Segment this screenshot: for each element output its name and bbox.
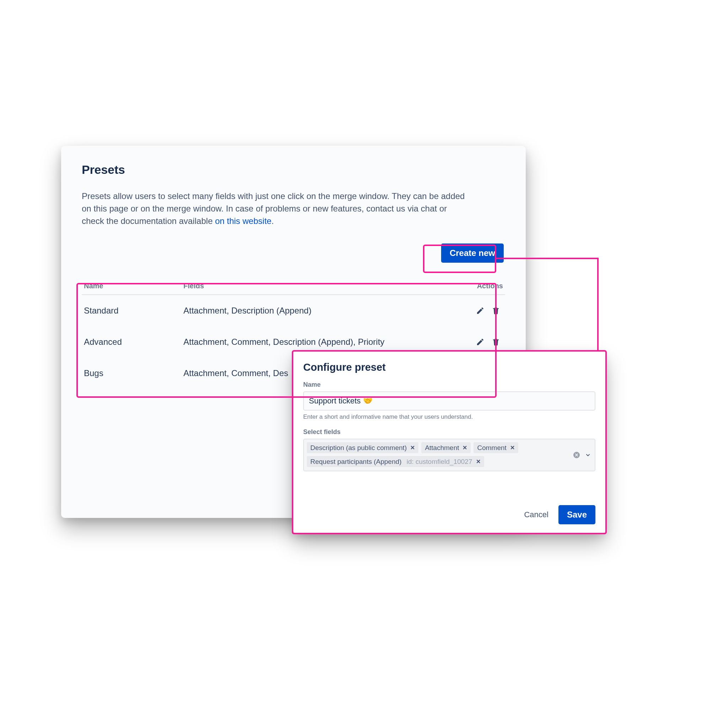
row-name: Standard (84, 306, 184, 316)
configure-preset-dialog: Configure preset Name Enter a short and … (293, 352, 606, 533)
desc-text-post: . (272, 216, 274, 226)
name-helper: Enter a short and informative name that … (303, 413, 595, 421)
chip-remove-icon[interactable]: ✕ (410, 445, 415, 451)
trash-icon[interactable] (491, 337, 501, 347)
table-row: Standard Attachment, Description (Append… (82, 295, 505, 326)
edit-icon[interactable] (475, 306, 485, 316)
trash-icon[interactable] (491, 306, 501, 316)
col-fields: Fields (184, 282, 450, 290)
col-name: Name (84, 282, 184, 290)
chip-label: Request participants (Append) (310, 458, 402, 465)
connector-line (597, 258, 599, 350)
field-chip: Description (as public comment) ✕ (307, 442, 418, 453)
row-fields: Attachment, Description (Append) (184, 306, 450, 316)
row-actions (450, 306, 503, 316)
field-chip: Attachment ✕ (421, 442, 471, 453)
presets-description: Presets allow users to select many field… (82, 190, 469, 227)
doc-link[interactable]: on this website (215, 216, 272, 226)
table-header: Name Fields Actions (82, 282, 505, 295)
row-name: Bugs (84, 368, 184, 378)
chevron-down-icon[interactable] (585, 452, 591, 458)
page-title: Presets (82, 163, 505, 177)
chip-hint: id: customfield_10027 (407, 458, 473, 465)
cancel-button[interactable]: Cancel (522, 506, 550, 523)
select-fields-input[interactable]: Description (as public comment) ✕ Attach… (303, 439, 595, 471)
dialog-footer: Cancel Save (303, 498, 595, 524)
create-new-button[interactable]: Create new (441, 243, 504, 263)
row-name: Advanced (84, 337, 184, 347)
edit-icon[interactable] (475, 337, 485, 347)
row-actions (450, 337, 503, 347)
select-fields-label: Select fields (303, 428, 595, 436)
chip-remove-icon[interactable]: ✕ (510, 445, 515, 451)
chip-label: Attachment (425, 444, 459, 451)
field-chip: Request participants (Append) id: custom… (307, 456, 484, 467)
chip-remove-icon[interactable]: ✕ (476, 459, 480, 465)
col-actions: Actions (450, 282, 503, 290)
save-button[interactable]: Save (558, 505, 595, 524)
chip-remove-icon[interactable]: ✕ (462, 445, 467, 451)
chip-label: Description (as public comment) (310, 444, 407, 451)
preset-name-input[interactable] (303, 392, 595, 411)
chip-label: Comment (477, 444, 506, 451)
dialog-title: Configure preset (303, 361, 595, 373)
field-chip: Comment ✕ (474, 442, 518, 453)
clear-icon[interactable] (573, 451, 581, 459)
row-fields: Attachment, Comment, Description (Append… (184, 337, 450, 347)
name-label: Name (303, 381, 595, 388)
